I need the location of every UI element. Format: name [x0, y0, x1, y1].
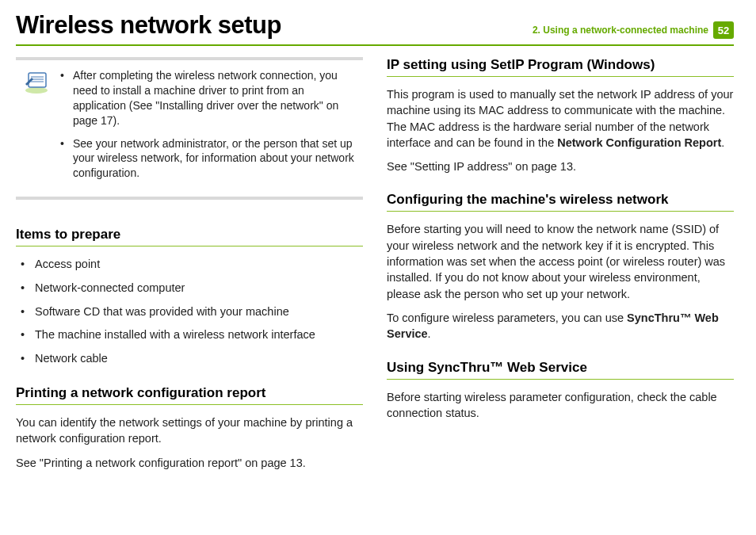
svg-point-0 — [25, 87, 48, 94]
page-header: Wireless network setup 2. Using a networ… — [16, 11, 734, 46]
content-columns: After completing the wireless network co… — [16, 57, 734, 479]
note-icon — [21, 68, 52, 189]
right-column: IP setting using SetIP Program (Windows)… — [387, 57, 734, 479]
items-heading: Items to prepare — [16, 227, 363, 246]
syncthru-section: Using SyncThru™ Web Service Before start… — [387, 360, 734, 422]
ip-section: IP setting using SetIP Program (Windows)… — [387, 57, 734, 174]
note-item: After completing the wireless network co… — [60, 68, 357, 128]
body-text: This program is used to manually set the… — [387, 86, 734, 151]
print-heading: Printing a network configuration report — [16, 385, 363, 405]
note-list: After completing the wireless network co… — [60, 68, 357, 189]
note-box: After completing the wireless network co… — [16, 57, 363, 200]
document-page: Wireless network setup 2. Using a networ… — [0, 0, 756, 495]
page-title: Wireless network setup — [16, 11, 281, 40]
bold-text: Network Configuration Report — [557, 136, 721, 149]
list-item: The machine installed with a wireless ne… — [21, 327, 363, 344]
chapter-label: 2. Using a network-connected machine — [533, 25, 708, 36]
list-item: Network-connected computer — [21, 280, 363, 297]
list-item: Software CD that was provided with your … — [21, 304, 363, 321]
body-text: See "Printing a network configuration re… — [16, 455, 363, 471]
configure-section: Configuring the machine's wireless netwo… — [387, 192, 734, 342]
page-number-badge: 52 — [713, 21, 734, 39]
body-text: Before starting wireless parameter confi… — [387, 389, 734, 422]
note-item: See your network administrator, or the p… — [60, 136, 357, 182]
body-text: To configure wireless parameters, you ca… — [387, 310, 734, 342]
text-run: To configure wireless parameters, you ca… — [387, 311, 627, 324]
text-run: . — [428, 327, 431, 340]
left-column: After completing the wireless network co… — [16, 57, 363, 479]
header-right: 2. Using a network-connected machine 52 — [533, 21, 734, 39]
configure-heading: Configuring the machine's wireless netwo… — [387, 192, 734, 212]
syncthru-heading: Using SyncThru™ Web Service — [387, 360, 734, 380]
body-text: Before starting you will need to know th… — [387, 221, 734, 301]
text-run: . — [721, 136, 724, 149]
body-text: See "Setting IP address" on page 13. — [387, 159, 734, 174]
body-text: You can identify the network settings of… — [16, 415, 363, 447]
ip-heading: IP setting using SetIP Program (Windows) — [387, 57, 734, 77]
list-item: Network cable — [21, 350, 363, 368]
list-item: Access point — [21, 256, 363, 273]
items-list: Access point Network-connected computer … — [21, 256, 363, 368]
